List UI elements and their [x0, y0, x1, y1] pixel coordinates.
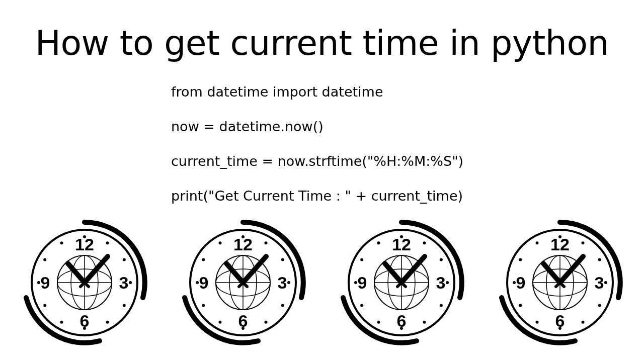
clock-icon — [331, 217, 472, 348]
page-title: How to get current time in python — [0, 0, 644, 63]
clock-row — [0, 217, 644, 348]
clock-icon — [490, 217, 630, 348]
clock-icon — [14, 217, 155, 348]
code-line-2: now = datetime.now() — [171, 120, 644, 133]
code-line-3: current_time = now.strftime("%H:%M:%S") — [171, 154, 644, 168]
clock-icon — [173, 217, 313, 348]
code-line-1: from datetime import datetime — [171, 85, 644, 99]
code-line-4: print("Get Current Time : " + current_ti… — [171, 189, 644, 203]
code-snippet: from datetime import datetime now = date… — [171, 85, 644, 203]
